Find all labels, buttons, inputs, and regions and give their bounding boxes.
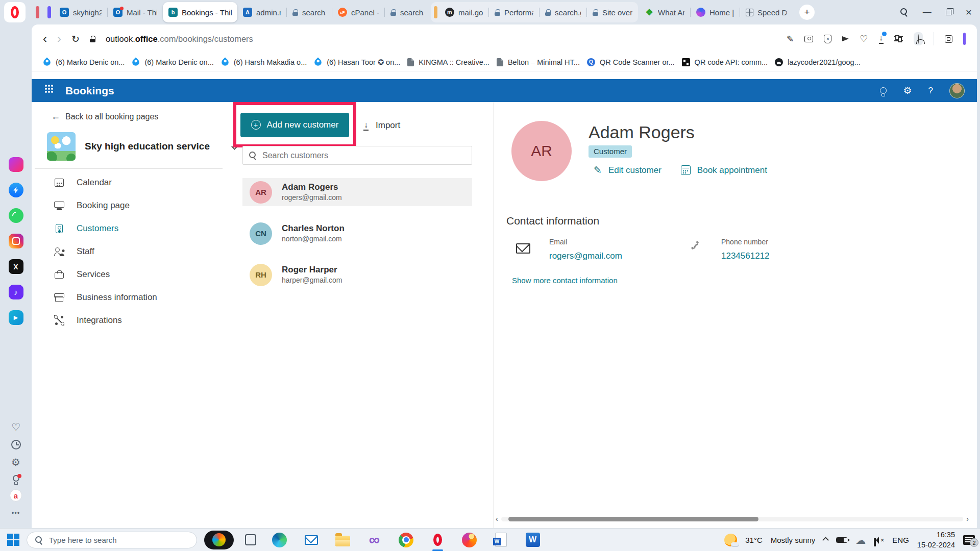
tips-bulb-icon[interactable] — [13, 475, 19, 482]
import-button[interactable]: ↓ Import — [363, 117, 400, 134]
settings-gear-icon[interactable]: ⚙ — [11, 457, 20, 467]
url-field[interactable]: outlook.office.com/bookings/customers — [106, 34, 776, 44]
gear-icon[interactable]: ⚙ — [903, 85, 912, 96]
book-appointment-button[interactable]: Book appointment — [681, 165, 767, 176]
settings-sliders-icon[interactable] — [894, 36, 903, 41]
help-icon[interactable]: ? — [928, 86, 933, 96]
account-avatar[interactable] — [949, 83, 965, 98]
tab-search-1[interactable]: search.go — [287, 4, 332, 21]
add-new-customer-button[interactable]: + Add new customer — [240, 113, 349, 137]
volume-muted-icon[interactable]: × — [874, 537, 884, 544]
scroll-right-icon[interactable]: › — [966, 515, 969, 522]
taskbar-search[interactable]: Type here to search — [27, 532, 197, 548]
email-value[interactable]: rogers@gmail.com — [549, 251, 622, 261]
minimize-icon[interactable]: — — [923, 7, 932, 17]
sidebar-item-booking-page[interactable]: Booking page — [32, 194, 225, 217]
x-twitter-icon[interactable]: X — [9, 259, 23, 274]
whatsapp-icon[interactable] — [9, 208, 23, 223]
bookmark-item[interactable]: KINGMA :: Creative... — [407, 58, 489, 66]
close-icon[interactable]: × — [966, 6, 972, 18]
tab-search-icon[interactable] — [900, 8, 909, 16]
tab-home-microsoft[interactable]: Home | Mi — [691, 4, 740, 21]
more-options-icon[interactable]: ••• — [12, 509, 20, 517]
history-clock-icon[interactable] — [11, 440, 21, 449]
edit-customer-button[interactable]: ✎ Edit customer — [594, 164, 662, 176]
back-to-booking-pages-link[interactable]: ← Back to all booking pages — [51, 111, 158, 122]
tab-group-collapsed-red[interactable] — [36, 6, 39, 18]
tab-admin[interactable]: A admin.mic — [237, 4, 286, 21]
sidebar-item-services[interactable]: Services — [32, 263, 225, 286]
start-button[interactable] — [7, 534, 19, 546]
workspaces-icon[interactable] — [9, 157, 23, 172]
extensions-cube-icon[interactable] — [945, 35, 952, 43]
tray-chevron-up-icon[interactable] — [822, 537, 829, 543]
forward-icon[interactable]: › — [57, 33, 61, 45]
tab-what-are[interactable]: ❖ What Are — [639, 4, 690, 21]
tab-skyhigh2[interactable]: O skyhigh2 — [54, 4, 107, 21]
tab-cpanel[interactable]: cP cPanel - H — [332, 4, 384, 21]
restore-icon[interactable] — [946, 10, 951, 15]
sidebar-item-business-info[interactable]: Business information — [32, 286, 225, 309]
sidebar-item-staff[interactable]: Staff — [32, 240, 225, 263]
customer-row[interactable]: AR Adam Rogers rogers@gmail.com — [242, 178, 472, 206]
snapshot-camera-icon[interactable] — [804, 36, 813, 42]
mail-app-icon[interactable] — [303, 532, 319, 548]
tab-mail-goog[interactable]: m mail.goog — [439, 4, 488, 21]
firefox-icon[interactable] — [461, 532, 477, 548]
task-view-icon[interactable] — [245, 534, 256, 545]
bookmark-item[interactable]: lazycoder2021/goog... — [775, 58, 861, 66]
weather-text[interactable]: Mostly sunny — [771, 536, 816, 544]
opera-menu-button[interactable] — [4, 2, 26, 22]
adblock-shield-icon[interactable]: × — [824, 35, 831, 43]
https-lock-icon[interactable] — [90, 36, 95, 42]
tab-group-indicator-orange[interactable] — [434, 6, 437, 18]
bookmark-item[interactable]: Belton – Minimal HT... — [497, 58, 580, 66]
visual-studio-icon[interactable]: ∞ — [366, 532, 382, 548]
tab-search-3[interactable]: search.go — [540, 4, 586, 21]
profile-icon[interactable] — [914, 32, 923, 45]
scroll-left-icon[interactable]: ‹ — [496, 515, 498, 522]
weather-temp[interactable]: 31°C — [745, 536, 763, 544]
tab-performance[interactable]: Performan — [489, 4, 539, 21]
sidebar-item-calendar[interactable]: Calendar — [32, 171, 225, 194]
word-document-icon[interactable]: W — [493, 532, 509, 548]
bookmark-item[interactable]: QR code API: comm... — [682, 58, 768, 66]
customer-row[interactable]: CN Charles Norton norton@gmail.com — [242, 219, 472, 247]
sidebar-item-customers[interactable]: Customers — [32, 217, 225, 240]
opera-icon[interactable] — [430, 532, 446, 548]
new-tab-button[interactable]: + — [799, 5, 815, 20]
aria-ai-icon[interactable]: a — [10, 489, 22, 502]
tab-mail[interactable]: O Mail - Thila — [108, 4, 163, 21]
tab-site-overview[interactable]: Site overvi — [587, 4, 638, 21]
downloads-icon[interactable]: ↓ — [879, 34, 884, 44]
bookmark-item[interactable]: (6) Harsh Makadia o... — [221, 58, 307, 66]
copilot-button[interactable] — [204, 531, 234, 549]
show-more-contact-link[interactable]: Show more contact information — [512, 276, 618, 285]
bookmark-heart-icon[interactable]: ♡ — [860, 33, 868, 44]
battery-icon[interactable] — [836, 537, 847, 543]
sidebar-item-integrations[interactable]: Integrations — [32, 309, 225, 332]
edge-icon[interactable] — [272, 532, 287, 548]
bookmark-item[interactable]: Q QR Code Scanner or... — [587, 58, 675, 66]
clock[interactable]: 16:35 15-02-2024 — [917, 530, 955, 550]
reload-icon[interactable]: ↻ — [71, 33, 80, 45]
chrome-icon[interactable] — [398, 532, 414, 548]
bookmark-item[interactable]: (6) Marko Denic on... — [43, 58, 125, 66]
onedrive-cloud-icon[interactable]: ☁ — [855, 535, 866, 545]
messenger-icon[interactable] — [9, 183, 23, 197]
sidebar-toggle-bar[interactable] — [963, 33, 966, 45]
back-icon[interactable]: ‹ — [43, 33, 47, 45]
tab-group-indicator-purple[interactable] — [47, 6, 51, 18]
tab-search-2[interactable]: search.go — [385, 4, 430, 21]
business-selector[interactable]: Sky high education service — [47, 132, 237, 161]
flow-play-icon[interactable]: ▶ — [9, 310, 23, 325]
notification-center-icon[interactable]: 2 — [963, 535, 975, 545]
favorites-heart-icon[interactable]: ♡ — [11, 422, 20, 432]
customer-row[interactable]: RH Roger Harper harper@gmail.com — [242, 261, 472, 289]
waffle-icon[interactable] — [45, 85, 47, 87]
file-explorer-icon[interactable] — [335, 532, 351, 548]
tab-bookings-active[interactable]: b Bookings - Thilak — [163, 2, 237, 22]
send-to-device-icon[interactable] — [842, 36, 849, 41]
bookmark-item[interactable]: (6) Hasan Toor ✪ on... — [314, 58, 400, 66]
music-player-icon[interactable]: ♪ — [9, 285, 23, 299]
